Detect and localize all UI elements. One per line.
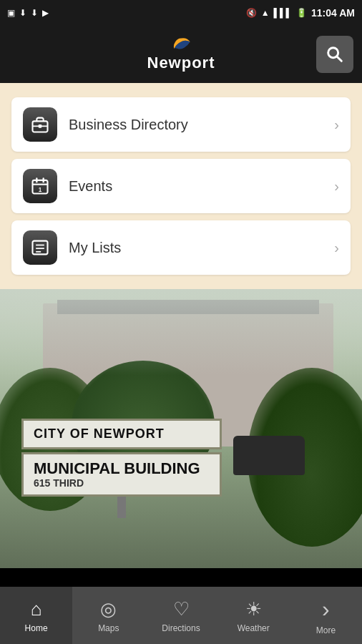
nav-item-weather[interactable]: ☀ Weather (217, 587, 290, 644)
play-icon: ▶ (42, 8, 49, 18)
menu-item-my-lists[interactable]: My Lists › (11, 220, 351, 275)
briefcase-icon (30, 114, 50, 135)
status-icons-left: ▣ ⬇ ⬇ ▶ (7, 8, 49, 18)
logo-swoosh-icon (170, 36, 192, 52)
sign-post (117, 497, 126, 518)
menu-item-label-business: Business Directory (69, 117, 334, 133)
svg-text:1: 1 (39, 187, 42, 193)
menu-item-events[interactable]: 1 Events › (11, 159, 351, 213)
sign-bottom: MUNICIPAL BUILDING 615 THIRD (21, 452, 222, 497)
sign-top-text: CITY OF NEWPORT (34, 426, 210, 441)
menu-item-label-events: Events (69, 178, 334, 195)
list-icon (30, 238, 50, 258)
download-icon: ⬇ (19, 8, 26, 18)
list-icon-container (23, 230, 57, 265)
status-time: 11:04 AM (311, 7, 355, 19)
calendar-icon: 1 (30, 176, 50, 196)
home-icon: ⌂ (31, 598, 42, 620)
search-icon (325, 44, 345, 64)
sign-bottom-line2: 615 THIRD (34, 477, 210, 489)
nav-item-maps[interactable]: ◎ Maps (72, 587, 145, 644)
directions-icon: ♡ (173, 598, 190, 620)
nav-item-directions[interactable]: ♡ Directions (145, 587, 217, 644)
photo-section: CITY OF NEWPORT MUNICIPAL BUILDING 615 T… (0, 289, 362, 568)
chevron-right-icon-events: › (334, 178, 339, 195)
header-logo: Newport (147, 36, 215, 72)
car (233, 436, 305, 475)
menu-item-business-directory[interactable]: Business Directory › (11, 97, 351, 152)
file-icon: ▣ (7, 8, 15, 18)
svg-line-1 (337, 57, 341, 61)
nav-item-more[interactable]: › More (290, 587, 362, 644)
nav-label-more: More (316, 625, 336, 635)
nav-label-home: Home (25, 623, 48, 633)
chevron-right-icon-business: › (334, 117, 339, 133)
briefcase-icon-container (23, 107, 57, 142)
nav-label-directions: Directions (162, 623, 200, 633)
sign-bottom-line1: MUNICIPAL BUILDING (34, 460, 210, 477)
city-sign: CITY OF NEWPORT MUNICIPAL BUILDING 615 T… (21, 419, 222, 518)
mute-icon: 🔇 (246, 8, 257, 18)
chevron-right-icon-lists: › (334, 240, 339, 256)
weather-icon: ☀ (245, 598, 262, 620)
more-icon: › (322, 596, 330, 623)
nav-item-home[interactable]: ⌂ Home (0, 587, 72, 644)
svg-rect-4 (39, 125, 42, 128)
wifi-icon: ▲ (261, 8, 270, 18)
nav-label-weather: Weather (238, 623, 270, 633)
header: Newport (0, 26, 362, 83)
battery-icon: 🔋 (296, 8, 307, 18)
menu-item-label-lists: My Lists (69, 240, 334, 256)
menu-section: Business Directory › 1 Events › My Lists (0, 83, 362, 289)
logo-text: Newport (147, 54, 215, 72)
search-button[interactable] (316, 36, 353, 73)
maps-icon: ◎ (100, 598, 117, 620)
signal-icon: ▌▌▌ (274, 8, 293, 18)
status-bar: ▣ ⬇ ⬇ ▶ 🔇 ▲ ▌▌▌ 🔋 11:04 AM (0, 0, 362, 26)
bottom-nav: ⌂ Home ◎ Maps ♡ Directions ☀ Weather › M… (0, 587, 362, 644)
nav-label-maps: Maps (98, 623, 119, 633)
download2-icon: ⬇ (31, 8, 38, 18)
status-icons-right: 🔇 ▲ ▌▌▌ 🔋 11:04 AM (246, 7, 355, 19)
fog-overlay (0, 289, 362, 375)
calendar-icon-container: 1 (23, 169, 57, 203)
sign-top: CITY OF NEWPORT (21, 419, 222, 449)
